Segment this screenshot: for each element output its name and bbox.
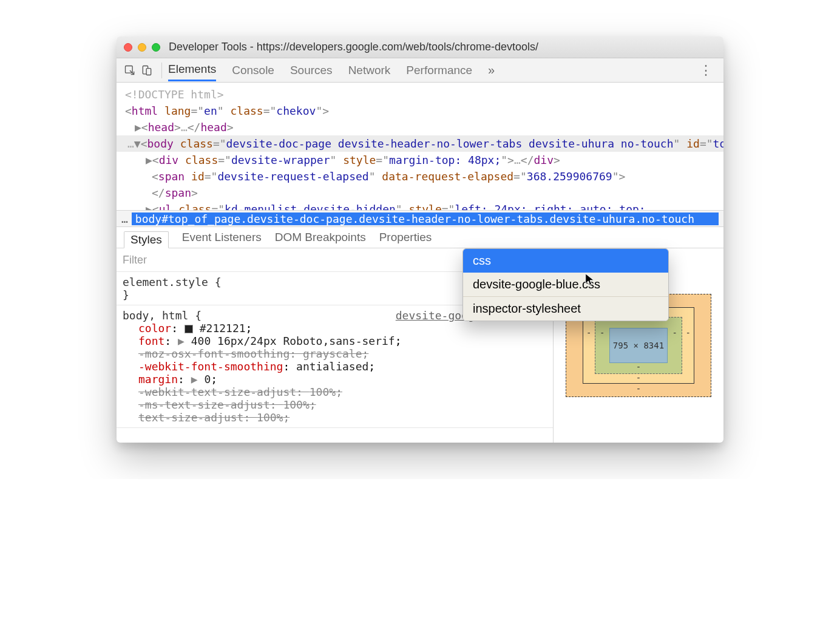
traffic-lights [124,43,160,52]
toolbar-divider [161,63,162,78]
main-tabs: Elements Console Sources Network Perform… [168,59,693,81]
tab-elements[interactable]: Elements [168,59,216,81]
settings-menu-icon[interactable]: ⋮ [693,63,719,78]
dom-html-open[interactable]: <html lang="en" class="chekov"> [117,103,723,119]
dropdown-option-inspector[interactable]: inspector-stylesheet [463,296,668,321]
inspect-element-icon[interactable] [121,62,138,79]
tab-network[interactable]: Network [348,60,391,81]
styles-pane: Filter :hov .cls ＋ element.style { } dev… [117,248,723,443]
expand-shorthand-icon[interactable]: ▶ [171,335,191,347]
tab-performance[interactable]: Performance [406,60,472,81]
box-value: - [686,328,691,338]
window-titlebar: Developer Tools - https://developers.goo… [117,36,723,58]
box-value: - [636,373,641,382]
dom-span-open[interactable]: <span id="devsite-request-elapsed" data-… [117,168,723,185]
box-value: - [636,384,641,393]
prop-webkit-text-size-adjust[interactable]: -webkit-text-size-adjust: 100%; [123,386,547,398]
styles-filter-input[interactable]: Filter [123,254,462,267]
close-window-button[interactable] [124,43,132,52]
expand-arrow-icon[interactable]: ▶ [146,154,152,166]
styles-subtabs: Styles Event Listeners DOM Breakpoints P… [117,227,723,248]
prop-text-size-adjust[interactable]: text-size-adjust: 100%; [123,411,547,424]
breadcrumb-ellipsis[interactable]: … [121,212,128,225]
box-value: - [600,328,605,338]
prop-color[interactable]: color: #212121; [123,322,547,335]
dom-head[interactable]: ▶<head>…</head> [117,119,723,135]
prop-margin[interactable]: margin: ▶ 0; [123,373,547,386]
new-style-rule-dropdown: css devsite-google-blue.css inspector-st… [462,248,669,321]
collapse-arrow-icon[interactable]: ▼ [134,137,141,150]
prop-font[interactable]: font: ▶ 400 16px/24px Roboto,sans-serif; [123,335,547,347]
main-toolbar: Elements Console Sources Network Perform… [117,58,723,83]
dom-doctype: <!DOCTYPE html> [117,86,723,103]
tab-sources[interactable]: Sources [290,60,333,81]
more-tabs-icon[interactable]: » [488,63,492,77]
subtab-properties[interactable]: Properties [379,231,432,244]
expand-arrow-icon[interactable]: ▶ [135,121,141,134]
tab-console[interactable]: Console [232,60,274,81]
minimize-window-button[interactable] [138,43,146,52]
dom-breadcrumb[interactable]: … body#top_of_page.devsite-doc-page.devs… [117,210,723,227]
dom-body-selected[interactable]: …▼<body class="devsite-doc-page devsite-… [117,135,723,152]
subtab-styles[interactable]: Styles [124,231,169,248]
dom-div[interactable]: ▶<div class="devsite-wrapper" style="mar… [117,152,723,168]
prop-webkit-font-smoothing[interactable]: -webkit-font-smoothing: antialiased; [123,360,547,373]
zoom-window-button[interactable] [152,43,160,52]
box-value: - [672,328,677,338]
box-value: - [636,362,641,372]
window-title: Developer Tools - https://developers.goo… [169,41,538,53]
expand-arrow-icon[interactable]: ▶ [146,203,152,210]
dom-span-close[interactable]: </span> [117,185,723,201]
dropdown-input-selected[interactable]: css [463,249,668,273]
device-toolbar-icon[interactable] [138,62,155,79]
expand-shorthand-icon[interactable]: ▶ [185,373,205,386]
devtools-window: Developer Tools - https://developers.goo… [117,36,723,443]
color-swatch-icon[interactable] [185,325,193,333]
breadcrumb-current[interactable]: body#top_of_page.devsite-doc-page.devsit… [132,212,719,225]
dropdown-option-stylesheet[interactable]: devsite-google-blue.css [463,273,668,296]
prop-ms-text-size-adjust[interactable]: -ms-text-size-adjust: 100%; [123,398,547,411]
dom-tree[interactable]: <!DOCTYPE html> <html lang="en" class="c… [117,83,723,210]
box-model-content: 795 × 8341 [609,328,668,363]
dom-ul-cut[interactable]: ▶<ul class="kd-menulist devsite-hidden" … [117,201,723,210]
body-html-rule[interactable]: devsite-google-blue.css body, html { col… [117,305,553,428]
subtab-dom-breakpoints[interactable]: DOM Breakpoints [275,231,366,244]
svg-rect-2 [146,68,151,75]
subtab-event-listeners[interactable]: Event Listeners [182,231,262,244]
prop-moz-font-smoothing[interactable]: -moz-osx-font-smoothing: grayscale; [123,347,547,360]
box-value: - [586,328,591,338]
